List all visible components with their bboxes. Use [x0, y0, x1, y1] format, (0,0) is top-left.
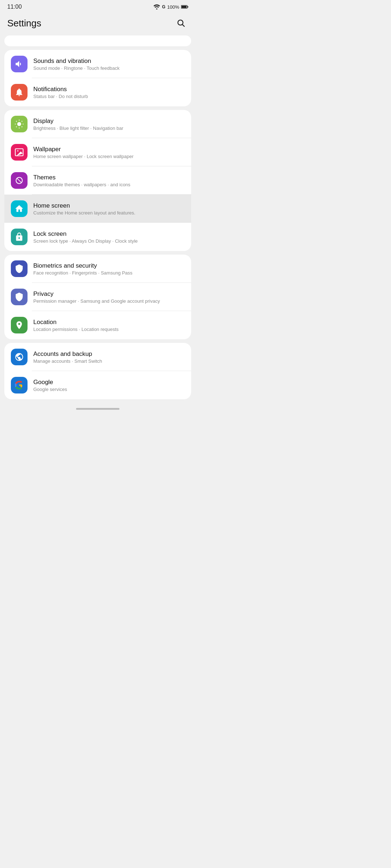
- settings-list: Sounds and vibrationSound mode · Rington…: [0, 50, 196, 399]
- search-button[interactable]: [174, 16, 188, 30]
- svg-point-6: [17, 122, 21, 126]
- privacy-title: Privacy: [33, 290, 185, 298]
- settings-item-location[interactable]: LocationLocation permissions · Location …: [4, 311, 191, 339]
- svg-rect-3: [181, 6, 186, 8]
- themes-title: Themes: [33, 174, 185, 181]
- status-icons: G 100%: [154, 4, 188, 10]
- settings-item-privacy[interactable]: !PrivacyPermission manager · Samsung and…: [4, 283, 191, 311]
- svg-text:!: !: [18, 295, 20, 299]
- battery-icon: [181, 5, 188, 9]
- homescreen-subtitle: Customize the Home screen layout and fea…: [33, 210, 185, 216]
- signal-icon: G: [162, 4, 165, 9]
- status-bar: 11:00 G 100%: [0, 0, 196, 12]
- status-time: 11:00: [7, 4, 22, 10]
- accounts-text: Accounts and backupManage accounts · Sma…: [33, 350, 185, 364]
- homescreen-text: Home screenCustomize the Home screen lay…: [33, 202, 185, 216]
- accounts-icon: [11, 349, 28, 365]
- display-text: DisplayBrightness · Blue light filter · …: [33, 118, 185, 131]
- lockscreen-text: Lock screenScreen lock type · Always On …: [33, 230, 185, 244]
- themes-icon: [11, 172, 28, 189]
- homescreen-title: Home screen: [33, 202, 185, 209]
- nav-bar: [0, 403, 196, 413]
- sounds-icon: [11, 56, 28, 72]
- wallpaper-title: Wallpaper: [33, 146, 185, 153]
- settings-card-accounts-group: Accounts and backupManage accounts · Sma…: [4, 343, 191, 399]
- settings-item-biometrics[interactable]: Biometrics and securityFace recognition …: [4, 255, 191, 283]
- settings-item-notifications[interactable]: NotificationsStatus bar · Do not disturb: [4, 78, 191, 106]
- svg-point-4: [178, 20, 183, 25]
- themes-subtitle: Downloadable themes · wallpapers · and i…: [33, 182, 185, 187]
- biometrics-icon: [11, 260, 28, 277]
- wifi-icon: [154, 4, 160, 9]
- location-subtitle: Location permissions · Location requests: [33, 327, 185, 332]
- google-icon: [11, 377, 28, 393]
- page-title: Settings: [7, 18, 41, 29]
- accounts-subtitle: Manage accounts · Smart Switch: [33, 358, 185, 364]
- biometrics-subtitle: Face recognition · Fingerprints · Samsun…: [33, 270, 185, 276]
- settings-card-sounds-notifications: Sounds and vibrationSound mode · Rington…: [4, 50, 191, 106]
- notifications-text: NotificationsStatus bar · Do not disturb: [33, 86, 185, 99]
- sounds-title: Sounds and vibration: [33, 58, 185, 65]
- privacy-text: PrivacyPermission manager · Samsung and …: [33, 290, 185, 304]
- wallpaper-subtitle: Home screen wallpaper · Lock screen wall…: [33, 154, 185, 159]
- settings-card-display-group: DisplayBrightness · Blue light filter · …: [4, 110, 191, 251]
- settings-card-security-group: Biometrics and securityFace recognition …: [4, 255, 191, 339]
- lockscreen-icon: [11, 229, 28, 245]
- battery-text: 100%: [167, 4, 179, 10]
- settings-item-google[interactable]: GoogleGoogle services: [4, 371, 191, 399]
- settings-item-wallpaper[interactable]: WallpaperHome screen wallpaper · Lock sc…: [4, 138, 191, 166]
- display-title: Display: [33, 118, 185, 125]
- wallpaper-text: WallpaperHome screen wallpaper · Lock sc…: [33, 146, 185, 159]
- privacy-icon: !: [11, 289, 28, 305]
- wallpaper-icon: [11, 144, 28, 161]
- location-title: Location: [33, 319, 185, 326]
- svg-point-0: [156, 8, 158, 9]
- notifications-title: Notifications: [33, 86, 185, 93]
- homescreen-icon: [11, 200, 28, 217]
- settings-item-homescreen[interactable]: Home screenCustomize the Home screen lay…: [4, 195, 191, 223]
- svg-rect-2: [188, 6, 188, 8]
- partial-card-top: [4, 35, 191, 46]
- display-icon: [11, 116, 28, 132]
- notifications-subtitle: Status bar · Do not disturb: [33, 94, 185, 99]
- nav-indicator: [76, 408, 119, 410]
- sounds-text: Sounds and vibrationSound mode · Rington…: [33, 58, 185, 71]
- settings-item-sounds[interactable]: Sounds and vibrationSound mode · Rington…: [4, 50, 191, 78]
- svg-line-5: [182, 25, 185, 27]
- google-text: GoogleGoogle services: [33, 379, 185, 392]
- privacy-subtitle: Permission manager · Samsung and Google …: [33, 298, 185, 304]
- search-icon: [176, 18, 186, 28]
- location-icon: [11, 317, 28, 333]
- settings-item-display[interactable]: DisplayBrightness · Blue light filter · …: [4, 110, 191, 138]
- themes-text: ThemesDownloadable themes · wallpapers ·…: [33, 174, 185, 187]
- settings-item-themes[interactable]: ThemesDownloadable themes · wallpapers ·…: [4, 166, 191, 195]
- biometrics-title: Biometrics and security: [33, 262, 185, 269]
- location-text: LocationLocation permissions · Location …: [33, 319, 185, 332]
- notifications-icon: [11, 84, 28, 101]
- google-title: Google: [33, 379, 185, 386]
- svg-point-8: [17, 150, 18, 152]
- biometrics-text: Biometrics and securityFace recognition …: [33, 262, 185, 276]
- google-subtitle: Google services: [33, 387, 185, 392]
- sounds-subtitle: Sound mode · Ringtone · Touch feedback: [33, 65, 185, 71]
- lockscreen-subtitle: Screen lock type · Always On Display · C…: [33, 238, 185, 244]
- header: Settings: [0, 12, 196, 35]
- lockscreen-title: Lock screen: [33, 230, 185, 238]
- display-subtitle: Brightness · Blue light filter · Navigat…: [33, 125, 185, 131]
- settings-item-lockscreen[interactable]: Lock screenScreen lock type · Always On …: [4, 223, 191, 251]
- accounts-title: Accounts and backup: [33, 350, 185, 358]
- settings-item-accounts[interactable]: Accounts and backupManage accounts · Sma…: [4, 343, 191, 371]
